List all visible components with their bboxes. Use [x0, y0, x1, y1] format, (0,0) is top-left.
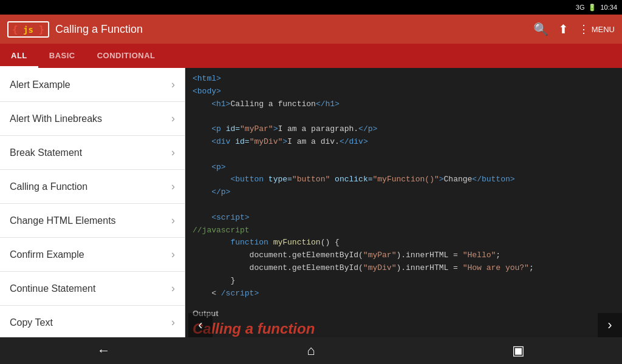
- recents-button[interactable]: ▣: [494, 337, 542, 364]
- tab-bar: ALL BASIC CONDITIONAL: [0, 44, 622, 68]
- bottom-nav: ← ⌂ ▣: [0, 337, 622, 364]
- sidebar-item-confirm-example[interactable]: Confirm Example ›: [0, 238, 185, 272]
- chevron-right-icon: ›: [171, 214, 175, 227]
- output-title: Calling a function: [193, 320, 615, 337]
- sidebar-item-label: Calling a Function: [10, 181, 87, 192]
- sidebar-item-alert-example[interactable]: Alert Example ›: [0, 68, 185, 102]
- chevron-right-icon: ›: [171, 248, 175, 261]
- chevron-right-icon: ›: [171, 316, 175, 329]
- sidebar-item-label: Continue Statement: [10, 283, 95, 294]
- sidebar-item-label: Break Statement: [10, 147, 82, 158]
- sidebar-item-label: Copy Text: [10, 317, 53, 328]
- status-bar: 3G 🔋 10:34: [0, 0, 622, 15]
- sidebar-item-label: Change HTML Elements: [10, 215, 116, 226]
- home-button[interactable]: ⌂: [287, 337, 335, 364]
- output-section: Output Calling a function: [185, 306, 622, 337]
- battery-icon: 🔋: [588, 4, 596, 12]
- tab-all[interactable]: ALL: [0, 45, 38, 68]
- menu-dots-icon: ⋮: [578, 22, 589, 36]
- chevron-right-icon: ›: [171, 282, 175, 295]
- brace-left-icon: {: [12, 24, 18, 35]
- sidebar-item-label: Alert With Linebreaks: [10, 113, 102, 124]
- main-content: Alert Example › Alert With Linebreaks › …: [0, 68, 622, 337]
- app-logo: { js }: [7, 21, 49, 38]
- chevron-right-icon: ›: [171, 112, 175, 125]
- code-output-panel: <html> <body> <h1>Calling a function</h1…: [185, 68, 622, 337]
- output-label: Output: [193, 309, 615, 318]
- top-icons: 🔍 ⬆ ⋮ MENU: [533, 22, 615, 36]
- code-content: <html> <body> <h1>Calling a function</h1…: [193, 73, 615, 306]
- back-button[interactable]: ←: [80, 337, 128, 364]
- share-icon[interactable]: ⬆: [558, 22, 569, 36]
- chevron-right-icon: ›: [171, 180, 175, 193]
- chevron-right-icon: ›: [171, 146, 175, 159]
- brace-right-icon: }: [38, 24, 44, 35]
- sidebar: Alert Example › Alert With Linebreaks › …: [0, 68, 185, 337]
- time-display: 10:34: [600, 4, 617, 11]
- top-bar: { js } Calling a Function 🔍 ⬆ ⋮ MENU: [0, 15, 622, 44]
- sidebar-item-copy-text[interactable]: Copy Text ›: [0, 306, 185, 337]
- sidebar-item-continue-statement[interactable]: Continue Statement ›: [0, 272, 185, 306]
- sidebar-item-change-html[interactable]: Change HTML Elements ›: [0, 204, 185, 238]
- app-title: Calling a Function: [55, 23, 527, 36]
- chevron-right-icon: ›: [171, 78, 175, 91]
- signal-indicator: 3G: [576, 4, 585, 11]
- sidebar-item-label: Alert Example: [10, 79, 70, 90]
- sidebar-item-alert-linebreaks[interactable]: Alert With Linebreaks ›: [0, 102, 185, 136]
- tab-conditional[interactable]: CONDITIONAL: [86, 45, 166, 68]
- sidebar-item-label: Confirm Example: [10, 249, 84, 260]
- js-text: js: [23, 25, 38, 35]
- sidebar-item-calling-function[interactable]: Calling a Function ›: [0, 170, 185, 204]
- menu-label: MENU: [592, 25, 615, 34]
- nav-prev-button[interactable]: ‹: [188, 313, 213, 337]
- tab-basic[interactable]: BASIC: [38, 45, 86, 68]
- menu-button[interactable]: ⋮ MENU: [578, 22, 615, 36]
- code-panel[interactable]: <html> <body> <h1>Calling a function</h1…: [185, 68, 622, 306]
- search-icon[interactable]: 🔍: [533, 22, 549, 36]
- nav-next-button[interactable]: ›: [598, 313, 622, 337]
- sidebar-item-break-statement[interactable]: Break Statement ›: [0, 136, 185, 170]
